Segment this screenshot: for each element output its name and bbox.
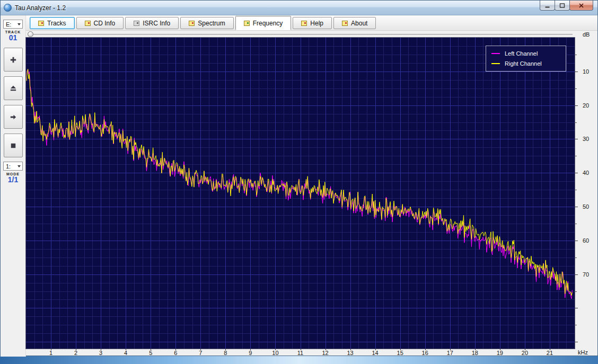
minimize-button[interactable] <box>540 1 555 11</box>
y-tick-mark <box>575 156 577 156</box>
y-tick-mark <box>575 122 577 123</box>
y-tick-label: 20 <box>583 102 589 109</box>
zoom-slider-thumb[interactable] <box>28 31 33 37</box>
x-tick-label: 7 <box>199 350 202 356</box>
y-tick-label: 60 <box>583 237 589 244</box>
y-tick-mark <box>575 258 577 258</box>
tab-tracks[interactable]: Tracks <box>30 17 75 29</box>
y-tick-mark <box>575 274 578 275</box>
tab-led-icon <box>301 21 307 26</box>
x-tick-label: 13 <box>347 350 353 356</box>
drive-select-value: E: <box>6 21 11 28</box>
y-tick-label: 40 <box>583 170 589 176</box>
x-axis-unit: kHz <box>578 349 588 356</box>
tab-frequency[interactable]: Frequency <box>235 16 292 30</box>
y-axis: dB kHz 10203040506070 <box>575 31 598 357</box>
x-tick-label: 20 <box>522 350 528 356</box>
x-tick-label: 11 <box>297 350 303 356</box>
window-title: Tau Analyzer - 1.2 <box>15 4 66 12</box>
tab-label: Spectrum <box>198 20 225 27</box>
tab-help[interactable]: Help <box>293 17 332 29</box>
chart-legend: Left Channel Right Channel <box>486 46 566 72</box>
y-tick-mark <box>575 291 577 292</box>
y-tick-mark <box>575 55 577 55</box>
y-tick-mark <box>575 88 577 89</box>
tab-bar: TracksCD InfoISRC InfoSpectrumFrequencyH… <box>26 15 597 31</box>
mode-select[interactable]: 1: <box>3 162 23 171</box>
zoom-slider <box>26 31 575 38</box>
drive-select[interactable]: E: <box>3 20 23 29</box>
plus-icon <box>9 56 17 64</box>
stop-button[interactable] <box>4 134 23 157</box>
mode-value: 1/1 <box>1 176 25 183</box>
legend-label: Left Channel <box>505 50 538 57</box>
x-tick-label: 8 <box>224 350 227 356</box>
app-window: Tau Analyzer - 1.2 TracksCD InfoISRC Inf… <box>0 0 598 356</box>
sidebar: E: TRACK 01 1: MODE 1/1 <box>1 15 26 357</box>
tab-led-icon <box>189 21 195 26</box>
tab-spectrum[interactable]: Spectrum <box>180 17 233 29</box>
tab-label: Tracks <box>47 20 66 27</box>
tab-label: ISRC Info <box>143 20 170 27</box>
x-tick-label: 21 <box>547 350 553 356</box>
y-tick-mark <box>575 241 578 241</box>
tab-label: Help <box>310 20 323 27</box>
y-tick-label: 50 <box>583 203 589 210</box>
transport-controls <box>1 48 25 157</box>
y-tick-mark <box>575 308 578 308</box>
x-tick-label: 1 <box>49 350 52 356</box>
x-tick-label: 15 <box>397 350 403 356</box>
zoom-slider-track[interactable] <box>28 34 573 35</box>
x-tick-label: 10 <box>272 350 278 356</box>
y-tick-mark <box>575 224 577 224</box>
tab-label: Frequency <box>253 20 283 27</box>
plus-button[interactable] <box>4 48 23 72</box>
x-tick-label: 9 <box>249 350 252 356</box>
chevron-down-icon <box>17 165 21 167</box>
track-number: 01 <box>1 34 25 41</box>
y-tick-mark <box>575 190 577 190</box>
y-tick-label: 30 <box>583 136 589 142</box>
tab-label: About <box>351 20 367 27</box>
close-button[interactable] <box>569 1 593 11</box>
arrow-right-icon <box>9 113 17 121</box>
tab-label: CD Info <box>94 20 116 27</box>
x-tick-label: 14 <box>372 350 379 356</box>
y-tick-mark <box>575 342 578 342</box>
maximize-icon <box>559 3 565 8</box>
tab-led-icon <box>342 21 348 26</box>
x-tick-label: 19 <box>497 350 503 356</box>
x-tick-label: 3 <box>99 350 102 356</box>
x-tick-label: 6 <box>174 350 177 356</box>
tab-isrc-info[interactable]: ISRC Info <box>125 17 179 29</box>
legend-label: Right Channel <box>505 60 542 67</box>
x-axis: 123456789101112131415161718192021 <box>26 349 575 357</box>
y-tick-label: 10 <box>583 68 589 75</box>
arrow-right-button[interactable] <box>4 105 23 129</box>
x-tick-label: 4 <box>124 350 127 356</box>
tab-about[interactable]: About <box>333 17 376 29</box>
y-tick-mark <box>575 325 577 325</box>
tab-led-icon <box>38 21 44 26</box>
x-tick-label: 17 <box>447 350 453 356</box>
app-icon[interactable] <box>4 4 12 12</box>
y-tick-mark <box>575 173 578 173</box>
x-tick-label: 16 <box>422 350 428 356</box>
x-tick-label: 2 <box>74 350 77 356</box>
eject-icon <box>9 84 17 93</box>
y-tick-mark <box>575 207 578 207</box>
mode-select-value: 1: <box>6 163 11 170</box>
legend-item: Left Channel <box>491 50 560 57</box>
legend-item: Right Channel <box>491 60 560 67</box>
maximize-button[interactable] <box>555 1 570 11</box>
caption-buttons <box>540 1 593 11</box>
title-bar[interactable]: Tau Analyzer - 1.2 <box>1 1 597 15</box>
x-tick-label: 5 <box>149 350 152 356</box>
desktop-wallpaper <box>0 356 598 364</box>
eject-button[interactable] <box>4 76 23 100</box>
chevron-down-icon <box>17 23 21 25</box>
tab-cd-info[interactable]: CD Info <box>76 17 124 29</box>
y-tick-mark <box>575 139 578 139</box>
frequency-chart: Left Channel Right Channel <box>26 38 575 349</box>
x-tick-label: 18 <box>472 350 478 356</box>
